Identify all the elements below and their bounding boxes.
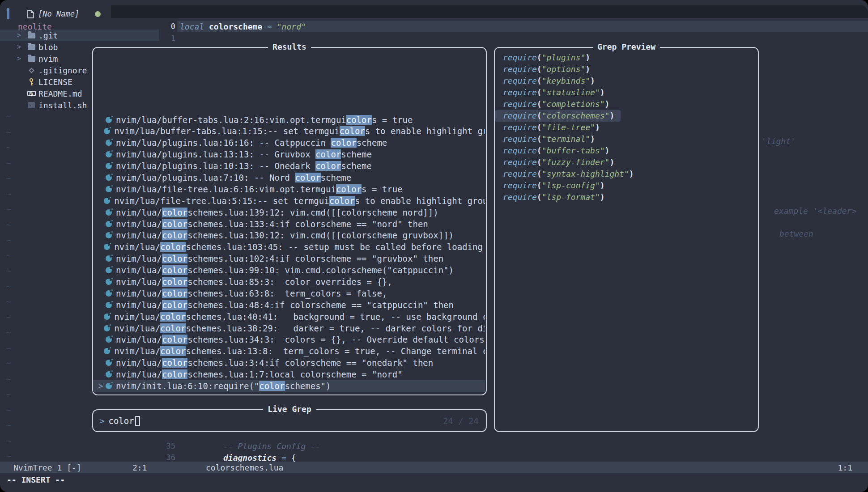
terminal-window: [No Name] 0 local colorscheme = "nord" 1…: [0, 0, 868, 492]
modified-dot-icon: [95, 11, 101, 17]
lua-file-icon: [106, 232, 112, 238]
result-text: nvim/lua/plugins.lua:7:10: -- Nord color…: [116, 173, 351, 182]
tilde-marker: ~: [6, 372, 15, 387]
result-text: nvim/lua/plugins.lua:13:13: -- Gruvbox c…: [116, 149, 372, 159]
filetree-item-label: blob: [38, 42, 58, 52]
string-literal: "nord": [277, 22, 306, 31]
result-text: nvim/lua/colorschemes.lua:85:3: color_ov…: [116, 277, 392, 287]
preview-line-file-tree: require("file-tree"): [495, 122, 757, 133]
result-text: nvim/lua/colorschemes.lua:139:12: vim.cm…: [116, 208, 438, 217]
tilde-marker: ~: [6, 171, 15, 187]
tilde-marker: ~: [6, 403, 15, 418]
match-highlight: color: [162, 208, 187, 217]
result-row[interactable]: >nvim/lua/buffer-tabs.lua:1:15:-- set te…: [93, 126, 485, 137]
editor-line-0: 0 local colorscheme = "nord": [158, 21, 306, 32]
match-highlight: color: [259, 381, 285, 391]
result-text: nvim/lua/buffer-tabs.lua:2:16:vim.opt.te…: [116, 115, 413, 125]
lua-file-icon: [106, 290, 112, 297]
tilde-marker: ~: [6, 325, 15, 341]
result-row[interactable]: >nvim/lua/colorschemes.lua:1:7:local col…: [93, 369, 485, 380]
tab-label: [No Name]: [38, 9, 79, 18]
match-highlight: color: [331, 138, 356, 148]
result-text: nvim/lua/colorschemes.lua:13:8: term_col…: [114, 346, 485, 356]
match-highlight: color: [162, 335, 187, 344]
match-highlight: color: [162, 254, 187, 263]
lua-file-icon: [106, 360, 112, 366]
tilde-marker: ~: [6, 279, 15, 295]
result-row[interactable]: >nvim/lua/colorschemes.lua:103:45: -- se…: [93, 241, 485, 253]
result-row[interactable]: >nvim/lua/plugins.lua:10:13: -- Onedark …: [93, 160, 485, 172]
result-text: nvim/lua/plugins.lua:10:13: -- Onedark c…: [116, 161, 372, 171]
result-row[interactable]: >nvim/lua/colorschemes.lua:63:8: term_co…: [93, 288, 485, 299]
selected-chevron-icon: >: [98, 382, 105, 390]
tilde-marker: ~: [6, 387, 15, 403]
result-row[interactable]: >nvim/lua/colorschemes.lua:38:29: darker…: [93, 322, 485, 334]
lua-file-icon: [106, 140, 112, 146]
lua-file-icon: [104, 244, 110, 250]
tilde-marker: ~: [6, 217, 15, 233]
result-row[interactable]: >nvim/lua/colorschemes.lua:3:4:if colors…: [93, 357, 485, 369]
preview-line-options: require("options"): [495, 64, 757, 75]
grep-preview-window: Grep Preview require("plugins")require("…: [494, 47, 759, 432]
lua-file-icon: [106, 336, 112, 343]
folder-glyph: [28, 33, 35, 38]
chevron-right-icon: >: [17, 55, 21, 63]
tilde-marker: ~: [6, 156, 15, 171]
result-row[interactable]: >nvim/lua/file-tree.lua:5:15:-- set term…: [93, 195, 485, 207]
statusline-tree-position: 2:1: [132, 463, 147, 472]
result-text: nvim/lua/colorschemes.lua:38:29: darker …: [114, 323, 485, 333]
result-row[interactable]: >nvim/lua/colorschemes.lua:133:4:if colo…: [93, 218, 485, 230]
preview-line-fuzzy-finder: require("fuzzy-finder"): [495, 157, 757, 168]
keyword-local: local: [180, 22, 204, 31]
match-highlight: color: [329, 196, 355, 206]
statusline-cursor-position: 1:1: [838, 463, 852, 472]
result-row[interactable]: >nvim/lua/plugins.lua:16:16: -- Catppucc…: [93, 137, 485, 148]
result-row[interactable]: >nvim/lua/colorschemes.lua:34:3: colors …: [93, 334, 485, 346]
line-number: 0: [158, 22, 175, 31]
result-row[interactable]: >nvim/lua/file-tree.lua:6:16:vim.opt.ter…: [93, 183, 485, 195]
lua-file-icon: [106, 279, 112, 285]
result-row[interactable]: >nvim/init.lua:6:10:require("colorscheme…: [93, 380, 485, 392]
result-row[interactable]: >nvim/lua/colorschemes.lua:102:4:if colo…: [93, 253, 485, 264]
result-row[interactable]: >nvim/lua/colorschemes.lua:99:10: vim.cm…: [93, 264, 485, 276]
tilde-marker: ~: [6, 418, 15, 433]
brace: {: [291, 453, 296, 462]
lua-file-icon: [106, 151, 112, 157]
results-title: Results: [268, 42, 311, 51]
preview-line-syntax-highlight: require("syntax-highlight"): [495, 168, 757, 180]
preview-line-lsp-format: require("lsp-format"): [495, 191, 757, 203]
match-highlight: color: [346, 115, 372, 125]
result-row[interactable]: >nvim/lua/colorschemes.lua:13:8: term_co…: [93, 345, 485, 357]
match-highlight: color: [162, 277, 187, 287]
result-row[interactable]: >nvim/lua/colorschemes.lua:139:12: vim.c…: [93, 207, 485, 218]
result-row[interactable]: >nvim/lua/plugins.lua:13:13: -- Gruvbox …: [93, 148, 485, 160]
lua-file-icon: [104, 348, 110, 354]
statusline-buffer-name: NvimTree_1 [-]: [13, 463, 81, 472]
result-row[interactable]: >nvim/lua/colorschemes.lua:40:41: backgr…: [93, 311, 485, 322]
tilde-marker: ~: [6, 310, 15, 326]
statusline-filename: colorschemes.lua: [206, 463, 283, 472]
text-cursor: [135, 416, 140, 426]
result-row[interactable]: >nvim/lua/colorschemes.lua:130:12: vim.c…: [93, 230, 485, 242]
diamond-icon: [27, 68, 36, 72]
operator: =: [267, 22, 272, 31]
lua-file-icon: [106, 255, 112, 262]
result-row[interactable]: >nvim/lua/colorschemes.lua:48:4:if color…: [93, 299, 485, 311]
operator: =: [281, 453, 291, 462]
tilde-marker: ~: [6, 263, 15, 279]
livegrep-input[interactable]: > color: [93, 410, 486, 431]
buffer-tab[interactable]: [No Name]: [27, 7, 101, 21]
folder-icon: [27, 56, 36, 62]
result-row[interactable]: >nvim/lua/plugins.lua:7:10: -- Nord colo…: [93, 172, 485, 183]
filetree-item--git[interactable]: >.git: [0, 30, 159, 41]
line-number: 35: [158, 441, 175, 450]
result-row[interactable]: >nvim/lua/colorschemes.lua:85:3: color_o…: [93, 276, 485, 288]
result-row[interactable]: >nvim/lua/buffer-tabs.lua:2:16:vim.opt.t…: [93, 114, 485, 126]
result-text: nvim/lua/colorschemes.lua:63:8: term_col…: [116, 288, 387, 298]
tilde-marker: ~: [6, 433, 15, 449]
mode-indicator: -- INSERT --: [7, 474, 65, 485]
results-list: >nvim/lua/buffer-tabs.lua:2:16:vim.opt.t…: [93, 114, 485, 392]
editor-line-1: 1: [158, 32, 175, 44]
tilde-marker: ~: [6, 140, 15, 156]
tilde-marker: ~: [6, 341, 15, 356]
